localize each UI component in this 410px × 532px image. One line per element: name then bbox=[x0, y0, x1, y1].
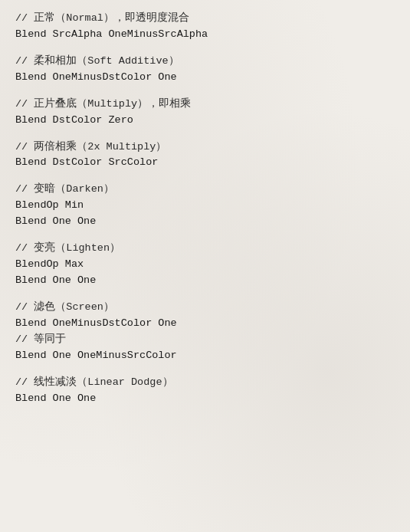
code-block-screen: // 滤色（Screen）Blend OneMinusDstColor One/… bbox=[15, 300, 395, 364]
comment-line: // 柔和相加（Soft Additive） bbox=[15, 54, 395, 70]
code-line: Blend OneMinusDstColor One bbox=[15, 70, 395, 86]
comment-line: // 滤色（Screen） bbox=[15, 300, 395, 316]
comment-line: // 线性减淡（Linear Dodge） bbox=[15, 375, 395, 391]
code-line: // 等同于 bbox=[15, 332, 395, 348]
code-block-soft-additive: // 柔和相加（Soft Additive）Blend OneMinusDstC… bbox=[15, 54, 395, 86]
code-line: Blend One One bbox=[15, 214, 395, 230]
code-line: Blend OneMinusDstColor One bbox=[15, 316, 395, 332]
code-line: Blend SrcAlpha OneMinusSrcAlpha bbox=[15, 27, 395, 43]
code-line: Blend DstColor SrcColor bbox=[15, 155, 395, 171]
code-block-2x-multiply: // 两倍相乘（2x Multiply）Blend DstColor SrcCo… bbox=[15, 140, 395, 172]
code-block-lighten: // 变亮（Lighten）BlendOp MaxBlend One One bbox=[15, 241, 395, 289]
code-line: Blend One OneMinusSrcColor bbox=[15, 348, 395, 364]
comment-line: // 两倍相乘（2x Multiply） bbox=[15, 140, 395, 156]
code-block-darken: // 变暗（Darken）BlendOp MinBlend One One bbox=[15, 182, 395, 230]
code-line: BlendOp Min bbox=[15, 198, 395, 214]
comment-line: // 变暗（Darken） bbox=[15, 182, 395, 198]
code-content: // 正常（Normal），即透明度混合Blend SrcAlpha OneMi… bbox=[0, 0, 410, 428]
code-line: Blend One One bbox=[15, 273, 395, 289]
code-block-normal: // 正常（Normal），即透明度混合Blend SrcAlpha OneMi… bbox=[15, 11, 395, 43]
code-block-linear-dodge: // 线性减淡（Linear Dodge）Blend One One bbox=[15, 375, 395, 407]
comment-line: // 正片叠底（Multiply），即相乘 bbox=[15, 97, 395, 113]
code-block-multiply: // 正片叠底（Multiply），即相乘Blend DstColor Zero bbox=[15, 97, 395, 129]
code-line: Blend DstColor Zero bbox=[15, 113, 395, 129]
code-line: Blend One One bbox=[15, 391, 395, 407]
comment-line: // 变亮（Lighten） bbox=[15, 241, 395, 257]
comment-line: // 正常（Normal），即透明度混合 bbox=[15, 11, 395, 27]
code-line: BlendOp Max bbox=[15, 257, 395, 273]
